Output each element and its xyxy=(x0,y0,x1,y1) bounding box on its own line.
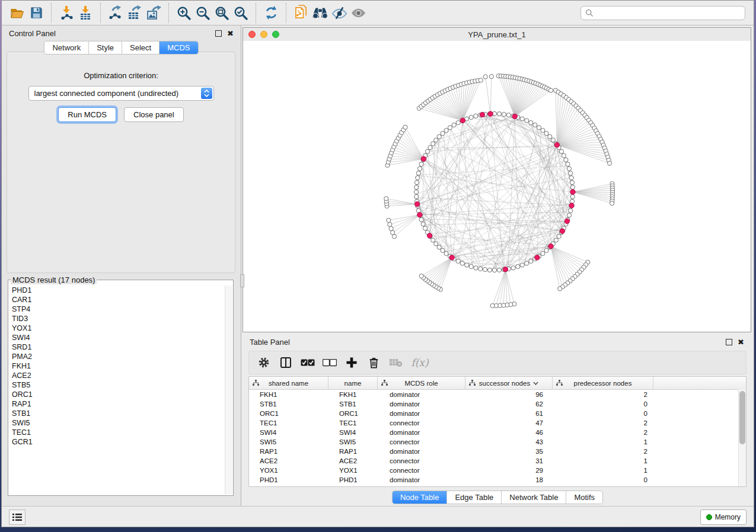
result-scrollbar[interactable] xyxy=(225,286,232,495)
cell-shared-name[interactable]: ORC1 xyxy=(249,410,328,417)
cell-predecessor-nodes[interactable]: 1 xyxy=(553,457,653,464)
mcds-result-item[interactable]: TEC1 xyxy=(12,428,225,437)
tab-node-table[interactable]: Node Table xyxy=(393,491,448,504)
binoculars-icon[interactable] xyxy=(311,4,330,23)
panel-splitter-handle[interactable] xyxy=(240,274,244,287)
run-mcds-button[interactable]: Run MCDS xyxy=(58,107,116,122)
gear-icon[interactable] xyxy=(255,354,273,371)
mcds-result-item[interactable]: ORC1 xyxy=(12,390,225,399)
cell-MCDS-role[interactable]: connector xyxy=(378,467,465,474)
network-window-titlebar[interactable]: YPA_prune.txt_1 xyxy=(243,28,751,41)
cell-predecessor-nodes[interactable]: 1 xyxy=(553,467,653,474)
cell-shared-name[interactable]: TEC1 xyxy=(249,419,328,427)
cell-name[interactable]: PHD1 xyxy=(328,476,378,483)
columns-icon[interactable] xyxy=(277,354,295,371)
close-table-panel-icon[interactable]: ✖ xyxy=(738,339,744,345)
delete-icon[interactable] xyxy=(365,354,382,371)
refresh-layout-icon[interactable] xyxy=(261,4,280,23)
mcds-result-item[interactable]: SWI5 xyxy=(12,418,225,428)
tab-network-table[interactable]: Network Table xyxy=(502,491,566,504)
cell-successor-nodes[interactable]: 18 xyxy=(465,476,553,483)
cell-MCDS-role[interactable]: connector xyxy=(378,457,465,464)
float-table-panel-icon[interactable] xyxy=(726,339,732,345)
cell-predecessor-nodes[interactable]: 2 xyxy=(553,448,653,455)
mcds-result-item[interactable]: YOX1 xyxy=(12,323,225,333)
mcds-result-item[interactable]: ACE2 xyxy=(12,371,225,380)
export-network-icon[interactable] xyxy=(106,4,125,23)
zoom-in-icon[interactable] xyxy=(174,4,193,23)
cell-predecessor-nodes[interactable]: 2 xyxy=(553,419,653,427)
zoom-selected-icon[interactable] xyxy=(231,4,250,23)
cell-predecessor-nodes[interactable]: 0 xyxy=(553,400,653,408)
mcds-result-item[interactable]: STB5 xyxy=(12,380,225,390)
network-canvas[interactable] xyxy=(243,41,751,332)
cell-successor-nodes[interactable]: 43 xyxy=(465,438,553,446)
tab-motifs[interactable]: Motifs xyxy=(566,491,602,504)
tab-select[interactable]: Select xyxy=(122,41,160,54)
cell-shared-name[interactable]: FKH1 xyxy=(249,391,328,398)
cell-successor-nodes[interactable]: 46 xyxy=(465,429,553,436)
column-header-predecessor-nodes[interactable]: predecessor nodes xyxy=(553,377,653,389)
import-table-icon[interactable] xyxy=(76,4,95,23)
cell-successor-nodes[interactable]: 29 xyxy=(465,467,553,474)
cell-shared-name[interactable]: ACE2 xyxy=(249,457,328,464)
cell-predecessor-nodes[interactable]: 1 xyxy=(553,438,653,446)
cell-MCDS-role[interactable]: connector xyxy=(378,419,465,427)
export-image-icon[interactable] xyxy=(144,4,163,23)
hide-eye-icon[interactable] xyxy=(330,4,349,23)
cell-MCDS-role[interactable]: connector xyxy=(378,438,465,446)
cell-MCDS-role[interactable]: dominator xyxy=(378,410,465,417)
table-row[interactable]: SWI4SWI4dominator462 xyxy=(249,428,746,437)
cell-predecessor-nodes[interactable]: 0 xyxy=(553,476,653,483)
criterion-select[interactable]: largest connected component (undirected) xyxy=(28,86,214,101)
cell-successor-nodes[interactable]: 35 xyxy=(465,448,553,455)
mcds-result-item[interactable]: CAR1 xyxy=(12,295,225,305)
save-icon[interactable] xyxy=(27,4,46,23)
cell-name[interactable]: TEC1 xyxy=(328,419,378,427)
mcds-result-item[interactable]: SRD1 xyxy=(12,342,225,352)
cell-MCDS-role[interactable]: dominator xyxy=(378,400,465,408)
cell-successor-nodes[interactable]: 61 xyxy=(465,410,553,417)
tab-style[interactable]: Style xyxy=(89,41,122,54)
cell-name[interactable]: FKH1 xyxy=(328,391,378,398)
cell-successor-nodes[interactable]: 62 xyxy=(465,400,553,408)
zoom-fit-icon[interactable] xyxy=(212,4,231,23)
table-scrollbar[interactable] xyxy=(738,389,746,486)
share-document-icon[interactable] xyxy=(292,4,311,23)
mcds-result-item[interactable]: GCR1 xyxy=(12,437,225,447)
close-panel-button[interactable]: Close panel xyxy=(124,107,184,122)
search-input[interactable] xyxy=(596,8,741,18)
cell-predecessor-nodes[interactable]: 2 xyxy=(553,391,653,398)
mcds-result-item[interactable]: RAP1 xyxy=(12,399,225,409)
mcds-result-list[interactable]: PHD1CAR1STP4TID3YOX1SWI4SRD1PMA2FKH1ACE2… xyxy=(9,286,225,495)
tab-mcds[interactable]: MCDS xyxy=(160,41,197,54)
column-header-name[interactable]: name xyxy=(328,377,378,389)
cell-shared-name[interactable]: SWI5 xyxy=(249,438,328,446)
cell-shared-name[interactable]: YOX1 xyxy=(249,467,328,474)
table-row[interactable]: RAP1RAP1dominator352 xyxy=(249,447,746,456)
column-header-shared-name[interactable]: shared name xyxy=(249,377,328,389)
close-panel-icon[interactable]: ✖ xyxy=(227,31,234,36)
memory-button[interactable]: Memory xyxy=(700,509,747,525)
tab-edge-table[interactable]: Edge Table xyxy=(447,491,502,504)
cell-name[interactable]: STB1 xyxy=(328,400,378,408)
mcds-result-item[interactable]: STB1 xyxy=(12,409,225,418)
cell-successor-nodes[interactable]: 47 xyxy=(465,419,553,427)
cell-shared-name[interactable]: STB1 xyxy=(249,400,328,408)
table-row[interactable]: TEC1TEC1connector472 xyxy=(249,418,746,428)
select-all-icon[interactable] xyxy=(299,354,317,371)
column-header-MCDS-role[interactable]: MCDS role xyxy=(378,377,465,389)
zoom-out-icon[interactable] xyxy=(193,4,212,23)
cell-shared-name[interactable]: RAP1 xyxy=(249,448,328,455)
mcds-result-item[interactable]: PMA2 xyxy=(12,352,225,361)
mcds-result-item[interactable]: STP4 xyxy=(12,305,225,314)
table-row[interactable]: FKH1FKH1dominator962 xyxy=(249,390,746,399)
mcds-result-item[interactable]: FKH1 xyxy=(12,361,225,371)
deselect-all-icon[interactable] xyxy=(321,354,339,371)
cell-successor-nodes[interactable]: 96 xyxy=(465,391,553,398)
cell-MCDS-role[interactable]: dominator xyxy=(378,391,465,398)
cell-name[interactable]: SWI4 xyxy=(328,429,378,436)
open-folder-icon[interactable] xyxy=(8,4,27,23)
cell-name[interactable]: RAP1 xyxy=(328,448,378,455)
float-panel-icon[interactable] xyxy=(215,30,222,37)
